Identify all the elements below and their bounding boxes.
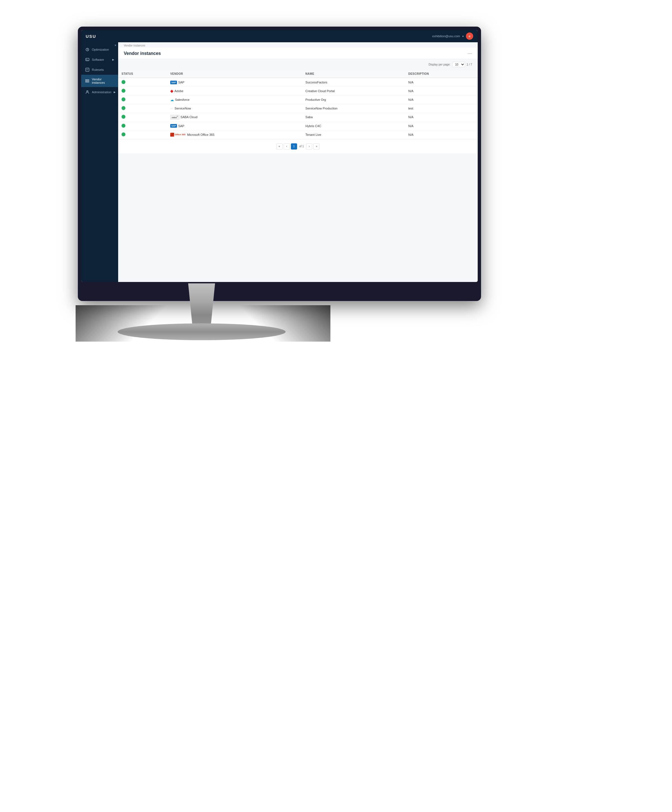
rulesets-icon (85, 68, 90, 72)
pagination-bar: « ‹ 1 of 1 › » (118, 139, 478, 154)
monitor-frame: USU exhibition@usu.com ▾ e × Optimizatio… (78, 27, 481, 301)
of-text: of (299, 145, 302, 148)
first-page-button[interactable]: « (276, 143, 283, 150)
vendor-cell: SAP SAP (167, 78, 302, 87)
instance-description: N/A (405, 87, 478, 96)
svg-rect-2 (86, 68, 89, 72)
adobe-logo: ◆ (170, 89, 173, 93)
page-header: Vendor instances — (118, 48, 478, 59)
current-page-button[interactable]: 1 (291, 143, 297, 150)
office365-label: Office 365 (175, 133, 185, 136)
sidebar-vendor-instances-label: Vendor instances (92, 78, 114, 84)
sap-logo: SAP (170, 81, 177, 84)
sidebar-item-optimization[interactable]: Optimization (81, 44, 118, 55)
software-icon (85, 57, 90, 62)
table-row[interactable]: SAP SAP SuccessFactors N/A (118, 78, 478, 87)
instance-description: N/A (405, 96, 478, 104)
salesforce-logo: ☁ (170, 98, 174, 102)
page-title: Vendor instances (124, 51, 161, 56)
breadcrumb-text: Vendor instances (124, 44, 145, 47)
table-row[interactable]: Office 365 Microsoft Office 365 Tenant L… (118, 130, 478, 139)
status-active-dot (121, 106, 125, 110)
table-row[interactable]: SAP SAP Hybris C4C N/A (118, 121, 478, 130)
svg-rect-3 (85, 80, 86, 80)
col-name: Name (302, 70, 405, 78)
saba-logo: saba® (170, 115, 179, 119)
monitor-stand-base (118, 323, 286, 340)
administration-icon (85, 90, 90, 94)
status-cell (118, 113, 167, 122)
software-arrow-icon: ▶ (112, 58, 114, 61)
vendor-cell: SAP SAP (167, 121, 302, 130)
vendor-name: SABA Cloud (181, 115, 198, 119)
instance-name: Tenant Live (302, 130, 405, 139)
vendor-instances-icon (85, 78, 90, 83)
svg-rect-5 (85, 82, 86, 82)
status-cell (118, 121, 167, 130)
instance-description: test (405, 104, 478, 113)
col-status: Status (118, 70, 167, 78)
vendor-name: SAP (178, 81, 184, 84)
pagination-info: 1 / 7 (467, 63, 472, 66)
last-page-button[interactable]: » (313, 143, 319, 150)
instance-description: N/A (405, 130, 478, 139)
status-active-dot (121, 124, 125, 128)
sidebar: × Optimization Software ▶ (81, 42, 118, 282)
table-row[interactable]: saba® SABA Cloud Saba N/A (118, 113, 478, 122)
status-cell (118, 130, 167, 139)
vendor-cell: Office 365 Microsoft Office 365 (167, 130, 302, 139)
col-description: Description (405, 70, 478, 78)
per-page-select[interactable]: 10 25 50 (452, 62, 465, 67)
app-logo: USU (86, 34, 96, 39)
instance-description: N/A (405, 78, 478, 87)
status-active-dot (121, 80, 125, 84)
instance-description: N/A (405, 121, 478, 130)
vendor-name: ServiceNow (174, 107, 191, 110)
instance-name: Creative Cloud Portal (302, 87, 405, 96)
vendor-cell: ◆ Adobe (167, 87, 302, 96)
sidebar-administration-label: Administration (92, 90, 111, 94)
navbar-right: exhibition@usu.com ▾ e (432, 32, 473, 40)
status-active-dot (121, 89, 125, 93)
user-email: exhibition@usu.com (432, 34, 460, 38)
sidebar-item-vendor-instances[interactable]: Vendor instances (81, 75, 118, 87)
status-cell (118, 104, 167, 113)
minimize-button[interactable]: — (467, 51, 472, 56)
col-vendor: Vendor (167, 70, 302, 78)
vendor-name: Microsoft Office 365 (187, 133, 215, 136)
servicenow-logo: ··· (170, 107, 173, 110)
monitor-screen: USU exhibition@usu.com ▾ e × Optimizatio… (81, 30, 478, 282)
instance-name: ServiceNow Production (302, 104, 405, 113)
status-cell (118, 78, 167, 87)
vendor-cell: ☁ Salesforce (167, 96, 302, 104)
sidebar-rulesets-label: Rulesets (92, 68, 114, 72)
user-menu-chevron[interactable]: ▾ (462, 35, 464, 38)
office365-icon (170, 133, 174, 136)
vendor-instances-table: Status Vendor Name Description S (118, 70, 478, 139)
table-row[interactable]: ☁ Salesforce Productive Org N/A (118, 96, 478, 104)
vendor-cell: saba® SABA Cloud (167, 113, 302, 122)
table-row[interactable]: ◆ Adobe Creative Cloud Portal N/A (118, 87, 478, 96)
next-page-button[interactable]: › (306, 143, 312, 150)
instance-name: Saba (302, 113, 405, 122)
svg-rect-4 (85, 81, 86, 81)
vendor-cell: ··· ServiceNow (167, 104, 302, 113)
sidebar-item-software[interactable]: Software ▶ (81, 55, 118, 65)
optimization-icon (85, 47, 90, 52)
status-cell (118, 96, 167, 104)
top-navbar: USU exhibition@usu.com ▾ e (81, 30, 478, 42)
status-active-dot (121, 133, 125, 136)
status-active-dot (121, 97, 125, 101)
table-toolbar: Display per page: 10 25 50 1 / 7 (118, 59, 478, 70)
svg-rect-1 (86, 58, 89, 61)
sidebar-optimization-label: Optimization (92, 48, 114, 51)
table-row[interactable]: ··· ServiceNow ServiceNow Production tes… (118, 104, 478, 113)
prev-page-button[interactable]: ‹ (284, 143, 290, 150)
page-of-label: of 1 (298, 145, 305, 148)
administration-arrow-icon: ▶ (114, 91, 116, 94)
user-avatar[interactable]: e (466, 32, 473, 40)
sidebar-item-rulesets[interactable]: Rulesets (81, 65, 118, 75)
breadcrumb: Vendor instances (118, 42, 478, 48)
vendor-name: Adobe (174, 89, 183, 93)
sidebar-item-administration[interactable]: Administration ▶ (81, 87, 118, 97)
